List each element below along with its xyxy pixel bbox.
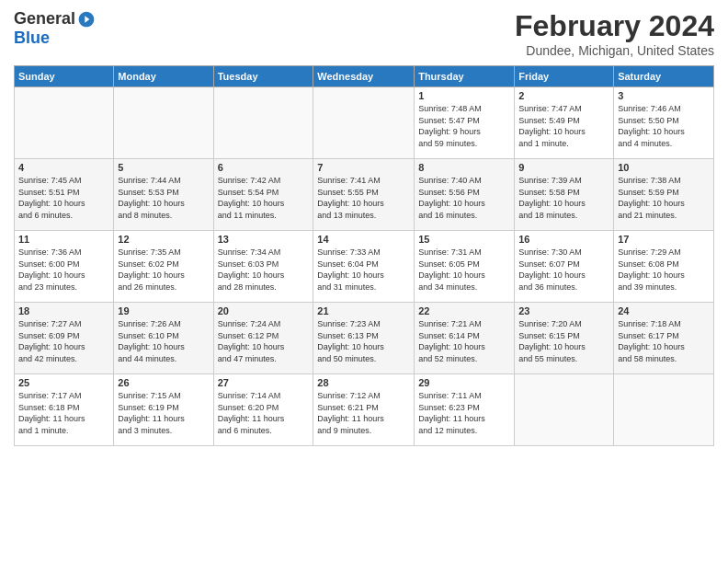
calendar-cell: 11Sunrise: 7:36 AMSunset: 6:00 PMDayligh… <box>15 231 114 303</box>
calendar-cell: 25Sunrise: 7:17 AMSunset: 6:18 PMDayligh… <box>15 374 114 446</box>
day-number: 21 <box>317 305 410 316</box>
day-info: Sunrise: 7:47 AMSunset: 5:49 PMDaylight:… <box>518 103 609 149</box>
header-wednesday: Wednesday <box>313 66 415 87</box>
day-info: Sunrise: 7:15 AMSunset: 6:19 PMDaylight:… <box>118 390 209 436</box>
calendar-cell: 19Sunrise: 7:26 AMSunset: 6:10 PMDayligh… <box>114 303 213 374</box>
header-thursday: Thursday <box>415 66 515 87</box>
day-info: Sunrise: 7:30 AMSunset: 6:07 PMDaylight:… <box>518 247 609 293</box>
day-info: Sunrise: 7:11 AMSunset: 6:23 PMDaylight:… <box>418 390 510 436</box>
day-number: 29 <box>418 377 510 388</box>
day-number: 17 <box>618 234 710 245</box>
calendar-cell: 24Sunrise: 7:18 AMSunset: 6:17 PMDayligh… <box>614 303 714 374</box>
logo-blue-text: Blue <box>14 29 50 48</box>
calendar-cell: 8Sunrise: 7:40 AMSunset: 5:56 PMDaylight… <box>415 159 515 231</box>
calendar-cell: 17Sunrise: 7:29 AMSunset: 6:08 PMDayligh… <box>614 231 714 303</box>
day-number: 12 <box>118 234 209 245</box>
day-number: 28 <box>317 377 410 388</box>
day-info: Sunrise: 7:42 AMSunset: 5:54 PMDaylight:… <box>218 175 310 221</box>
day-info: Sunrise: 7:46 AMSunset: 5:50 PMDaylight:… <box>618 103 710 149</box>
calendar-cell <box>114 87 213 159</box>
logo-general-text: General <box>14 9 75 29</box>
day-info: Sunrise: 7:40 AMSunset: 5:56 PMDaylight:… <box>418 175 510 221</box>
day-number: 22 <box>418 305 510 316</box>
calendar-cell: 18Sunrise: 7:27 AMSunset: 6:09 PMDayligh… <box>15 303 114 374</box>
calendar-cell <box>213 87 313 159</box>
day-number: 24 <box>618 305 710 316</box>
calendar-table: Sunday Monday Tuesday Wednesday Thursday… <box>14 65 714 446</box>
calendar-cell: 26Sunrise: 7:15 AMSunset: 6:19 PMDayligh… <box>114 374 213 446</box>
day-number: 3 <box>618 90 710 101</box>
calendar-cell: 29Sunrise: 7:11 AMSunset: 6:23 PMDayligh… <box>415 374 515 446</box>
day-number: 25 <box>18 377 109 388</box>
day-number: 11 <box>18 234 109 245</box>
day-info: Sunrise: 7:14 AMSunset: 6:20 PMDaylight:… <box>218 390 310 436</box>
calendar-cell: 22Sunrise: 7:21 AMSunset: 6:14 PMDayligh… <box>415 303 515 374</box>
calendar-cell: 28Sunrise: 7:12 AMSunset: 6:21 PMDayligh… <box>313 374 415 446</box>
page-container: General Blue February 2024 Dundee, Michi… <box>0 0 728 455</box>
calendar-cell: 6Sunrise: 7:42 AMSunset: 5:54 PMDaylight… <box>213 159 313 231</box>
week-row-5: 25Sunrise: 7:17 AMSunset: 6:18 PMDayligh… <box>15 374 714 446</box>
calendar-cell: 21Sunrise: 7:23 AMSunset: 6:13 PMDayligh… <box>313 303 415 374</box>
calendar-cell: 12Sunrise: 7:35 AMSunset: 6:02 PMDayligh… <box>114 231 213 303</box>
day-number: 6 <box>218 162 310 173</box>
month-title: February 2024 <box>515 9 714 43</box>
logo: General Blue <box>14 9 96 48</box>
calendar-cell <box>515 374 614 446</box>
calendar-cell: 7Sunrise: 7:41 AMSunset: 5:55 PMDaylight… <box>313 159 415 231</box>
day-info: Sunrise: 7:38 AMSunset: 5:59 PMDaylight:… <box>618 175 710 221</box>
day-number: 27 <box>218 377 310 388</box>
logo-icon <box>77 10 96 29</box>
calendar-cell: 23Sunrise: 7:20 AMSunset: 6:15 PMDayligh… <box>515 303 614 374</box>
calendar-cell: 14Sunrise: 7:33 AMSunset: 6:04 PMDayligh… <box>313 231 415 303</box>
calendar-cell <box>614 374 714 446</box>
calendar-cell: 9Sunrise: 7:39 AMSunset: 5:58 PMDaylight… <box>515 159 614 231</box>
day-number: 23 <box>518 305 609 316</box>
day-info: Sunrise: 7:27 AMSunset: 6:09 PMDaylight:… <box>18 318 109 364</box>
day-number: 2 <box>518 90 609 101</box>
calendar-cell: 15Sunrise: 7:31 AMSunset: 6:05 PMDayligh… <box>415 231 515 303</box>
day-number: 18 <box>18 305 109 316</box>
day-info: Sunrise: 7:26 AMSunset: 6:10 PMDaylight:… <box>118 318 209 364</box>
day-info: Sunrise: 7:35 AMSunset: 6:02 PMDaylight:… <box>118 247 209 293</box>
day-info: Sunrise: 7:23 AMSunset: 6:13 PMDaylight:… <box>317 318 410 364</box>
day-info: Sunrise: 7:21 AMSunset: 6:14 PMDaylight:… <box>418 318 510 364</box>
calendar-cell: 10Sunrise: 7:38 AMSunset: 5:59 PMDayligh… <box>614 159 714 231</box>
calendar-cell: 13Sunrise: 7:34 AMSunset: 6:03 PMDayligh… <box>213 231 313 303</box>
day-number: 26 <box>118 377 209 388</box>
calendar-cell: 2Sunrise: 7:47 AMSunset: 5:49 PMDaylight… <box>515 87 614 159</box>
calendar-cell: 3Sunrise: 7:46 AMSunset: 5:50 PMDaylight… <box>614 87 714 159</box>
calendar-cell: 20Sunrise: 7:24 AMSunset: 6:12 PMDayligh… <box>213 303 313 374</box>
day-info: Sunrise: 7:48 AMSunset: 5:47 PMDaylight:… <box>418 103 510 149</box>
title-area: February 2024 Dundee, Michigan, United S… <box>515 9 714 58</box>
header-monday: Monday <box>114 66 213 87</box>
week-row-4: 18Sunrise: 7:27 AMSunset: 6:09 PMDayligh… <box>15 303 714 374</box>
day-info: Sunrise: 7:24 AMSunset: 6:12 PMDaylight:… <box>218 318 310 364</box>
day-info: Sunrise: 7:36 AMSunset: 6:00 PMDaylight:… <box>18 247 109 293</box>
calendar-header-row: Sunday Monday Tuesday Wednesday Thursday… <box>15 66 714 87</box>
day-info: Sunrise: 7:34 AMSunset: 6:03 PMDaylight:… <box>218 247 310 293</box>
day-info: Sunrise: 7:29 AMSunset: 6:08 PMDaylight:… <box>618 247 710 293</box>
header: General Blue February 2024 Dundee, Michi… <box>14 9 714 58</box>
day-number: 20 <box>218 305 310 316</box>
header-saturday: Saturday <box>614 66 714 87</box>
day-number: 14 <box>317 234 410 245</box>
day-info: Sunrise: 7:18 AMSunset: 6:17 PMDaylight:… <box>618 318 710 364</box>
calendar-cell <box>15 87 114 159</box>
day-info: Sunrise: 7:39 AMSunset: 5:58 PMDaylight:… <box>518 175 609 221</box>
day-number: 15 <box>418 234 510 245</box>
day-number: 8 <box>418 162 510 173</box>
day-number: 10 <box>618 162 710 173</box>
day-number: 1 <box>418 90 510 101</box>
week-row-2: 4Sunrise: 7:45 AMSunset: 5:51 PMDaylight… <box>15 159 714 231</box>
header-sunday: Sunday <box>15 66 114 87</box>
day-number: 13 <box>218 234 310 245</box>
day-info: Sunrise: 7:17 AMSunset: 6:18 PMDaylight:… <box>18 390 109 436</box>
week-row-3: 11Sunrise: 7:36 AMSunset: 6:00 PMDayligh… <box>15 231 714 303</box>
calendar-cell: 16Sunrise: 7:30 AMSunset: 6:07 PMDayligh… <box>515 231 614 303</box>
day-number: 19 <box>118 305 209 316</box>
location: Dundee, Michigan, United States <box>515 43 714 58</box>
day-number: 5 <box>118 162 209 173</box>
calendar-cell: 27Sunrise: 7:14 AMSunset: 6:20 PMDayligh… <box>213 374 313 446</box>
day-info: Sunrise: 7:44 AMSunset: 5:53 PMDaylight:… <box>118 175 209 221</box>
day-number: 16 <box>518 234 609 245</box>
